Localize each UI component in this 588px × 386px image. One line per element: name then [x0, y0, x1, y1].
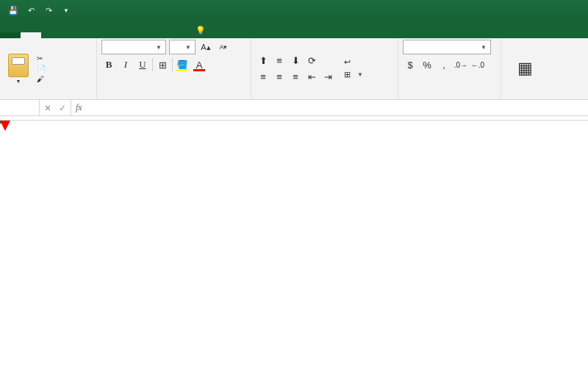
scissors-icon: ✂ [37, 54, 43, 62]
italic-button[interactable]: I [118, 57, 133, 72]
merge-icon: ⊞ [344, 70, 351, 79]
clipboard-side: ✂ 📄 🖌 [35, 54, 49, 84]
font-color-button[interactable]: A [192, 57, 207, 72]
tab-data[interactable] [103, 32, 123, 38]
percent-button[interactable]: % [420, 57, 434, 72]
comma-button[interactable]: , [437, 57, 451, 72]
fx-icon[interactable]: fx [76, 102, 82, 113]
align-middle-icon[interactable]: ≡ [272, 53, 287, 68]
ribbon: ▼ ✂ 📄 🖌 ▼ ▼ A▴ A▾ B I U ⊞ [0, 38, 588, 100]
indent-decrease-icon[interactable]: ⇤ [304, 69, 319, 84]
fill-color-button[interactable]: 🪣 [175, 57, 190, 72]
group-styles: ▦ [501, 38, 548, 99]
formula-bar: ✕ ✓ fx [0, 100, 588, 116]
number-format-select[interactable]: ▼ [403, 40, 491, 54]
copy-button[interactable]: 📄 [35, 64, 49, 74]
tab-formulas[interactable] [82, 32, 103, 38]
underline-button[interactable]: U [135, 57, 150, 72]
merge-center-button[interactable]: ⊞▼ [344, 70, 364, 79]
group-clipboard: ▼ ✂ 📄 🖌 [0, 38, 97, 99]
align-center-icon[interactable]: ≡ [272, 69, 287, 84]
titlebar: 💾 ↶ ↷ ▼ [0, 0, 588, 21]
copy-icon: 📄 [37, 65, 46, 73]
orientation-icon[interactable]: ⟳ [304, 53, 319, 68]
tab-insert[interactable] [41, 32, 62, 38]
group-font: ▼ ▼ A▴ A▾ B I U ⊞ 🪣 A [97, 38, 251, 99]
bold-button[interactable]: B [101, 57, 116, 72]
group-alignment: ⬆ ≡ ⬇ ⟳ ≡ ≡ ≡ ⇤ ⇥ ↩ ⊞▼ [251, 38, 398, 99]
conditional-formatting-icon: ▦ [517, 60, 533, 77]
ribbon-tabs [0, 21, 588, 38]
cancel-formula-icon[interactable]: ✕ [44, 103, 51, 113]
paste-button[interactable]: ▼ [4, 54, 32, 84]
tab-home[interactable] [21, 32, 41, 38]
currency-button[interactable]: $ [403, 57, 417, 72]
conditional-formatting-button[interactable]: ▦ [506, 60, 544, 77]
cut-button[interactable]: ✂ [35, 54, 49, 63]
increase-font-icon[interactable]: A▴ [198, 40, 213, 54]
paste-icon [8, 54, 29, 77]
border-button[interactable]: ⊞ [155, 57, 170, 72]
tab-pdfelement[interactable] [165, 32, 185, 38]
redo-icon[interactable]: ↷ [41, 3, 56, 18]
align-left-icon[interactable]: ≡ [256, 69, 270, 84]
wrap-text-button[interactable]: ↩ [344, 57, 364, 67]
name-box[interactable] [0, 100, 40, 115]
formula-input[interactable] [87, 100, 588, 115]
wrap-icon: ↩ [344, 57, 351, 67]
font-size-select[interactable]: ▼ [169, 40, 196, 54]
align-bottom-icon[interactable]: ⬇ [288, 53, 303, 68]
qat-customize-icon[interactable]: ▼ [59, 3, 74, 18]
decrease-font-icon[interactable]: A▾ [216, 40, 231, 54]
increase-decimal-icon[interactable]: .0→ [453, 57, 468, 72]
tab-review[interactable] [123, 32, 144, 38]
tab-page-layout[interactable] [62, 32, 82, 38]
tell-me-search[interactable] [185, 23, 588, 38]
save-icon[interactable]: 💾 [6, 3, 21, 18]
decrease-decimal-icon[interactable]: ←.0 [470, 57, 485, 72]
group-number: ▼ $ % , .0→ ←.0 [398, 38, 501, 99]
brush-icon: 🖌 [37, 75, 44, 83]
font-name-select[interactable]: ▼ [101, 40, 166, 54]
indent-increase-icon[interactable]: ⇥ [320, 69, 335, 84]
quick-access-toolbar: 💾 ↶ ↷ ▼ [0, 0, 79, 21]
tab-view[interactable] [144, 32, 165, 38]
undo-icon[interactable]: ↶ [24, 3, 38, 18]
format-painter-button[interactable]: 🖌 [35, 74, 49, 84]
align-right-icon[interactable]: ≡ [288, 69, 303, 84]
selection-border [0, 121, 3, 124]
enter-formula-icon[interactable]: ✓ [59, 103, 66, 113]
align-top-icon[interactable]: ⬆ [256, 53, 270, 68]
tab-file[interactable] [0, 32, 21, 38]
